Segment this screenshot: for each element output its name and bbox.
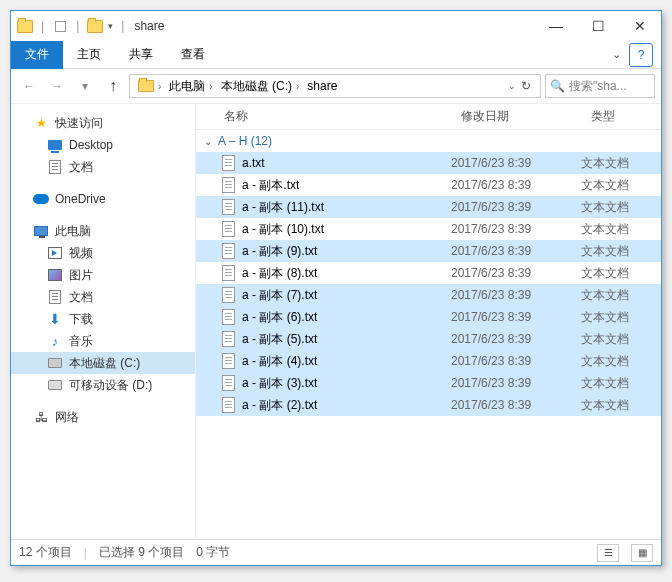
file-pane: 名称 修改日期 类型 ⌄ A – H (12) a.txt2017/6/23 8… <box>196 104 661 539</box>
picture-icon <box>47 267 63 283</box>
qat-dropdown[interactable]: ▾ <box>108 21 113 31</box>
sidebar-network[interactable]: 🖧网络 <box>11 406 195 428</box>
sidebar-quick-access[interactable]: ★快速访问 <box>11 112 195 134</box>
file-name: a - 副本 (4).txt <box>242 353 317 370</box>
file-date: 2017/6/23 8:39 <box>451 354 581 368</box>
sidebar-documents-pc[interactable]: 文档 <box>11 286 195 308</box>
file-date: 2017/6/23 8:39 <box>451 222 581 236</box>
sidebar-documents[interactable]: 文档 <box>11 156 195 178</box>
sidebar-music[interactable]: ♪音乐 <box>11 330 195 352</box>
file-row[interactable]: a - 副本 (3).txt2017/6/23 8:39文本文档 <box>196 372 661 394</box>
checkbox-qat[interactable] <box>52 18 68 34</box>
view-details-button[interactable]: ☰ <box>597 544 619 562</box>
breadcrumb-root[interactable]: › <box>134 78 165 94</box>
sidebar-thispc[interactable]: 此电脑 <box>11 220 195 242</box>
file-type: 文本文档 <box>581 309 661 326</box>
address-dropdown[interactable]: ⌄ <box>508 81 516 91</box>
sidebar-onedrive[interactable]: OneDrive <box>11 188 195 210</box>
file-list[interactable]: a.txt2017/6/23 8:39文本文档a - 副本.txt2017/6/… <box>196 152 661 539</box>
file-type: 文本文档 <box>581 353 661 370</box>
file-row[interactable]: a - 副本 (7).txt2017/6/23 8:39文本文档 <box>196 284 661 306</box>
up-button[interactable]: ↑ <box>101 74 125 98</box>
minimize-button[interactable]: — <box>535 11 577 41</box>
close-button[interactable]: ✕ <box>619 11 661 41</box>
column-date[interactable]: 修改日期 <box>451 108 581 125</box>
file-row[interactable]: a - 副本 (5).txt2017/6/23 8:39文本文档 <box>196 328 661 350</box>
search-icon: 🔍 <box>550 79 565 93</box>
file-type: 文本文档 <box>581 397 661 414</box>
refresh-button[interactable]: ↻ <box>516 79 536 93</box>
file-name: a - 副本 (5).txt <box>242 331 317 348</box>
separator: | <box>41 19 44 33</box>
sidebar-videos[interactable]: 视频 <box>11 242 195 264</box>
breadcrumb-share[interactable]: share <box>303 79 341 93</box>
file-row[interactable]: a - 副本.txt2017/6/23 8:39文本文档 <box>196 174 661 196</box>
file-date: 2017/6/23 8:39 <box>451 178 581 192</box>
file-row[interactable]: a - 副本 (9).txt2017/6/23 8:39文本文档 <box>196 240 661 262</box>
file-date: 2017/6/23 8:39 <box>451 332 581 346</box>
file-row[interactable]: a - 副本 (10).txt2017/6/23 8:39文本文档 <box>196 218 661 240</box>
tab-view[interactable]: 查看 <box>167 41 219 69</box>
document-icon <box>47 289 63 305</box>
file-row[interactable]: a - 副本 (11).txt2017/6/23 8:39文本文档 <box>196 196 661 218</box>
chevron-down-icon: ⌄ <box>204 136 212 147</box>
tab-home[interactable]: 主页 <box>63 41 115 69</box>
file-name: a - 副本 (6).txt <box>242 309 317 326</box>
navigation-pane[interactable]: ★快速访问 Desktop 文档 OneDrive 此电脑 视频 图片 文档 ⬇… <box>11 104 196 539</box>
separator: | <box>121 19 124 33</box>
textfile-icon <box>220 375 236 391</box>
status-count: 12 个项目 <box>19 544 72 561</box>
column-type[interactable]: 类型 <box>581 108 661 125</box>
file-row[interactable]: a - 副本 (8).txt2017/6/23 8:39文本文档 <box>196 262 661 284</box>
forward-button[interactable]: → <box>45 74 69 98</box>
column-name[interactable]: 名称 <box>214 108 451 125</box>
group-header[interactable]: ⌄ A – H (12) <box>196 130 661 152</box>
document-icon <box>47 159 63 175</box>
breadcrumb-disk[interactable]: 本地磁盘 (C:)› <box>217 78 304 95</box>
file-type: 文本文档 <box>581 265 661 282</box>
folder-icon <box>17 18 33 34</box>
navbar: ← → ▾ ↑ › 此电脑› 本地磁盘 (C:)› share ⌄ ↻ 🔍 搜索… <box>11 69 661 103</box>
file-name: a - 副本 (9).txt <box>242 243 317 260</box>
tab-file[interactable]: 文件 <box>11 41 63 69</box>
folder-icon <box>87 18 103 34</box>
sidebar-pictures[interactable]: 图片 <box>11 264 195 286</box>
textfile-icon <box>220 287 236 303</box>
file-type: 文本文档 <box>581 331 661 348</box>
file-row[interactable]: a - 副本 (6).txt2017/6/23 8:39文本文档 <box>196 306 661 328</box>
file-name: a - 副本 (2).txt <box>242 397 317 414</box>
file-type: 文本文档 <box>581 375 661 392</box>
back-button[interactable]: ← <box>17 74 41 98</box>
file-name: a - 副本 (8).txt <box>242 265 317 282</box>
file-date: 2017/6/23 8:39 <box>451 200 581 214</box>
file-type: 文本文档 <box>581 287 661 304</box>
file-row[interactable]: a - 副本 (2).txt2017/6/23 8:39文本文档 <box>196 394 661 416</box>
sidebar-removable[interactable]: 可移动设备 (D:) <box>11 374 195 396</box>
titlebar[interactable]: | | ▾ | share — ☐ ✕ <box>11 11 661 41</box>
status-selected: 已选择 9 个项目 <box>99 544 184 561</box>
search-input[interactable]: 🔍 搜索"sha... <box>545 74 655 98</box>
file-date: 2017/6/23 8:39 <box>451 156 581 170</box>
music-icon: ♪ <box>47 333 63 349</box>
help-button[interactable]: ? <box>629 43 653 67</box>
sidebar-downloads[interactable]: ⬇下载 <box>11 308 195 330</box>
file-name: a - 副本.txt <box>242 177 299 194</box>
sidebar-desktop[interactable]: Desktop <box>11 134 195 156</box>
textfile-icon <box>220 397 236 413</box>
ribbon-expand[interactable]: ⌄ <box>604 48 629 61</box>
file-row[interactable]: a.txt2017/6/23 8:39文本文档 <box>196 152 661 174</box>
textfile-icon <box>220 199 236 215</box>
textfile-icon <box>220 155 236 171</box>
file-date: 2017/6/23 8:39 <box>451 266 581 280</box>
view-icons-button[interactable]: ▦ <box>631 544 653 562</box>
history-dropdown[interactable]: ▾ <box>73 74 97 98</box>
column-headers[interactable]: 名称 修改日期 类型 <box>196 104 661 130</box>
tab-share[interactable]: 共享 <box>115 41 167 69</box>
ribbon-tabs: 文件 主页 共享 查看 ⌄ ? <box>11 41 661 69</box>
address-bar[interactable]: › 此电脑› 本地磁盘 (C:)› share ⌄ ↻ <box>129 74 541 98</box>
breadcrumb-thispc[interactable]: 此电脑› <box>165 78 216 95</box>
sidebar-localdisk[interactable]: 本地磁盘 (C:) <box>11 352 195 374</box>
file-row[interactable]: a - 副本 (4).txt2017/6/23 8:39文本文档 <box>196 350 661 372</box>
textfile-icon <box>220 177 236 193</box>
maximize-button[interactable]: ☐ <box>577 11 619 41</box>
